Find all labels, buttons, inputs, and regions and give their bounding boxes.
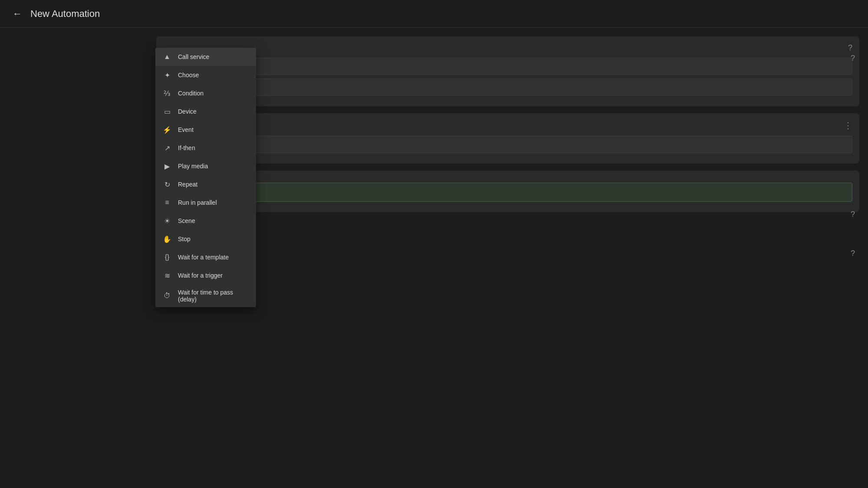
condition-row: [163, 136, 852, 153]
run-in-parallel-icon: ≡: [162, 198, 172, 207]
scene-label: Scene: [178, 217, 195, 224]
wait-for-trigger-label: Wait for a trigger: [178, 272, 223, 279]
triggers-panel-header: ?: [163, 43, 852, 52]
conditions-more-icon[interactable]: ⋮: [844, 120, 852, 131]
dropdown-item-repeat[interactable]: ↻Repeat: [155, 175, 256, 193]
event-icon: ⚡: [162, 125, 172, 134]
repeat-icon: ↻: [162, 180, 172, 189]
choose-label: Choose: [178, 72, 199, 79]
device-icon: ▭: [162, 107, 172, 116]
dropdown-item-device[interactable]: ▭Device: [155, 102, 256, 121]
main-area: ? ⋮ ■ ? ?: [0, 28, 868, 488]
wait-for-template-icon: {}: [162, 252, 172, 262]
dropdown-item-wait-for-template[interactable]: {}Wait for a template: [155, 248, 256, 266]
right-help-icon-2: ?: [851, 210, 855, 219]
dropdown-item-wait-for-time[interactable]: ⏱Wait for time to pass (delay): [155, 285, 256, 307]
conditions-panel-header: ⋮: [163, 120, 852, 131]
action-row-highlighted: ■: [163, 183, 852, 202]
actions-panel: ■: [156, 170, 859, 212]
wait-for-template-label: Wait for a template: [178, 254, 229, 261]
dropdown-item-run-in-parallel[interactable]: ≡Run in parallel: [155, 193, 256, 212]
device-label: Device: [178, 108, 197, 115]
page-title: New Automation: [30, 8, 100, 20]
conditions-panel: ⋮: [156, 113, 859, 164]
dropdown-item-wait-for-trigger[interactable]: ≋Wait for a trigger: [155, 266, 256, 285]
if-then-label: If-then: [178, 144, 195, 151]
trigger-row-2: [163, 79, 852, 96]
call-service-icon: ▲: [162, 52, 172, 62]
back-button[interactable]: ←: [9, 5, 26, 23]
choose-icon: ✦: [162, 70, 172, 80]
stop-icon: ✋: [162, 234, 172, 244]
right-help-2[interactable]: ?: [851, 210, 855, 219]
event-label: Event: [178, 126, 194, 133]
action-type-dropdown: ▲Call service✦Choose⅔Condition▭Device⚡Ev…: [155, 48, 256, 307]
dropdown-item-event[interactable]: ⚡Event: [155, 121, 256, 139]
run-in-parallel-label: Run in parallel: [178, 199, 217, 206]
play-media-icon: ▶: [162, 161, 172, 171]
wait-for-trigger-icon: ≋: [162, 271, 172, 280]
content-area: ? ⋮ ■ ? ?: [0, 28, 868, 488]
stop-label: Stop: [178, 236, 191, 242]
triggers-panel: ?: [156, 36, 859, 106]
wait-for-time-icon: ⏱: [162, 291, 172, 301]
call-service-label: Call service: [178, 53, 209, 60]
back-icon: ←: [13, 8, 22, 20]
dropdown-item-stop[interactable]: ✋Stop: [155, 230, 256, 248]
right-help-icon-1: ?: [851, 54, 855, 62]
right-help-3[interactable]: ?: [851, 249, 855, 258]
trigger-row-1: [163, 58, 852, 75]
dropdown-item-if-then[interactable]: ↗If-then: [155, 139, 256, 157]
right-help-1[interactable]: ?: [851, 54, 855, 63]
condition-icon: ⅔: [162, 88, 172, 98]
if-then-icon: ↗: [162, 143, 172, 153]
dropdown-item-condition[interactable]: ⅔Condition: [155, 84, 256, 102]
play-media-label: Play media: [178, 163, 208, 170]
dropdown-item-choose[interactable]: ✦Choose: [155, 66, 256, 84]
triggers-help-icon[interactable]: ?: [848, 43, 852, 52]
dropdown-item-play-media[interactable]: ▶Play media: [155, 157, 256, 175]
dropdown-item-call-service[interactable]: ▲Call service: [155, 48, 256, 66]
dropdown-item-scene[interactable]: ☀Scene: [155, 212, 256, 230]
scene-icon: ☀: [162, 216, 172, 226]
right-help-icon-3: ?: [851, 249, 855, 258]
wait-for-time-label: Wait for time to pass (delay): [178, 289, 249, 303]
header: ← New Automation: [0, 0, 868, 28]
condition-label: Condition: [178, 90, 204, 97]
repeat-label: Repeat: [178, 181, 197, 188]
